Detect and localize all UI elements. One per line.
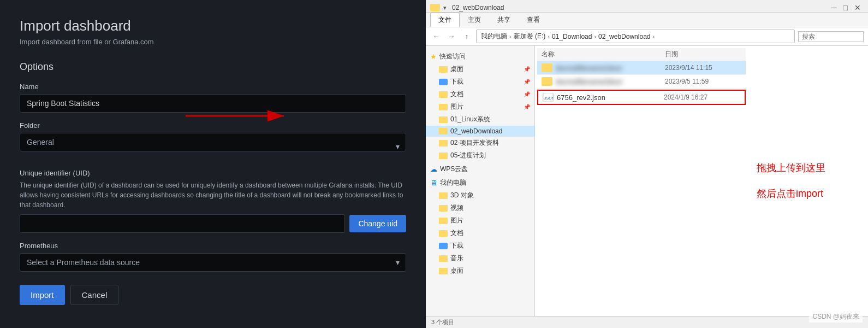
import-button[interactable]: Import: [20, 285, 65, 305]
ribbon: 文件 主页 共享 查看: [426, 13, 868, 27]
search-input[interactable]: [798, 31, 864, 42]
3d-folder-icon: [439, 192, 448, 199]
action-buttons: Import Cancel: [20, 285, 406, 305]
music-folder-icon: [439, 255, 448, 262]
uid-input[interactable]: [20, 214, 345, 233]
dl2-folder-icon: [439, 243, 448, 249]
folder-select-wrapper: General: [20, 133, 406, 160]
title-bar-text: 02_webDownload: [452, 4, 825, 11]
prometheus-select-wrapper: Select a Prometheus data source: [20, 253, 406, 272]
devdata-folder-icon: [439, 140, 448, 147]
nav-item-progress[interactable]: 05-进度计划: [426, 149, 534, 162]
name-input[interactable]: [20, 94, 406, 113]
file-row-3[interactable]: JSON 6756_rev2.json 2024/1/9 16:27: [537, 90, 746, 105]
name-label: Name: [20, 83, 406, 91]
page-subtitle: Import dashboard from file or Grafana.co…: [20, 38, 406, 46]
forward-button[interactable]: →: [445, 31, 457, 43]
file-date-2: 2023/9/5 11:59: [665, 78, 741, 85]
quick-access-label: 快速访问: [439, 52, 466, 61]
maximize-button[interactable]: □: [841, 3, 851, 12]
cancel-button[interactable]: Cancel: [70, 285, 119, 305]
nav-item-desktop2[interactable]: 桌面: [426, 265, 534, 277]
documents-folder-icon: [439, 91, 448, 98]
folder-field-group: Folder General: [20, 121, 406, 160]
nav-label-videos: 视频: [450, 203, 463, 213]
nav-item-dl2[interactable]: 下载: [426, 239, 534, 252]
wps-label: WPS云盘: [440, 165, 468, 174]
nav-item-webdownload[interactable]: 02_webDownload: [426, 126, 534, 137]
close-button[interactable]: ✕: [852, 3, 864, 12]
csdn-watermark: CSDN @妈夜来: [809, 311, 863, 323]
progress-folder-icon: [439, 153, 448, 159]
address-bar: ← → ↑ 我的电脑 › 新加卷 (E:) › 01_Download › 02…: [426, 27, 868, 46]
nav-item-pics[interactable]: 图片: [426, 214, 534, 227]
nav-item-videos[interactable]: 视频: [426, 202, 534, 214]
nav-label-pics: 图片: [450, 216, 463, 225]
ribbon-tab-home[interactable]: 主页: [460, 13, 489, 27]
computer-header[interactable]: 🖥 我的电脑: [426, 177, 534, 189]
pics-folder-icon: [439, 218, 448, 224]
column-date-header: 日期: [665, 50, 741, 59]
pin-icon-desktop: 📌: [524, 66, 530, 72]
uid-row: Change uid: [20, 214, 406, 233]
nav-item-downloads[interactable]: 下载 📌: [426, 75, 534, 88]
nav-item-music[interactable]: 音乐: [426, 252, 534, 265]
nav-label-webdownload: 02_webDownload: [450, 127, 502, 135]
ribbon-tab-share[interactable]: 共享: [489, 13, 519, 27]
address-path: 我的电脑 › 新加卷 (E:) › 01_Download › 02_webDo…: [476, 30, 795, 43]
computer-group: 🖥 我的电脑 3D 对象 视频 图片 文档: [426, 177, 534, 277]
nav-label-devdata: 02-项目开发资料: [450, 138, 499, 148]
file-row-1[interactable]: blurredfilename1blurr 2023/9/14 11:15: [537, 61, 746, 75]
uid-section: Unique identifier (UID) The unique ident…: [20, 169, 406, 233]
ribbon-tab-view[interactable]: 查看: [519, 13, 548, 27]
nav-item-documents[interactable]: 文档 📌: [426, 88, 534, 101]
explorer-content: ★ 快速访问 桌面 📌 下载 📌 文档 📌: [426, 46, 868, 316]
nav-item-docs2[interactable]: 文档: [426, 227, 534, 239]
quick-access-group: ★ 快速访问 桌面 📌 下载 📌 文档 📌: [426, 50, 534, 162]
wps-group: ☁ WPS云盘: [426, 163, 534, 175]
back-button[interactable]: ←: [430, 31, 442, 43]
annotation-line1: 拖拽上传到这里: [757, 160, 859, 176]
minimize-button[interactable]: ─: [829, 3, 840, 12]
pin-icon-documents: 📌: [524, 91, 530, 97]
prometheus-label: Prometheus: [20, 242, 406, 250]
webdownload-folder-icon: [439, 128, 448, 134]
grafana-panel: Import dashboard Import dashboard from f…: [0, 0, 426, 328]
path-drive: 新加卷 (E:): [514, 32, 546, 41]
uid-label: Unique identifier (UID): [20, 169, 406, 177]
up-button[interactable]: ↑: [461, 31, 473, 43]
nav-item-3d[interactable]: 3D 对象: [426, 189, 534, 202]
change-uid-button[interactable]: Change uid: [349, 215, 406, 232]
path-download: 01_Download: [552, 33, 592, 40]
ribbon-tab-file[interactable]: 文件: [430, 13, 460, 27]
file-date-1: 2023/9/14 11:15: [665, 64, 741, 72]
nav-item-pictures[interactable]: 图片 📌: [426, 101, 534, 113]
annotation-line2: 然后点击import: [757, 186, 859, 202]
status-bar: 3 个项目: [426, 316, 868, 328]
folder-select[interactable]: General: [20, 133, 406, 151]
file-list-area: 名称 日期 blurredfilename1blurr 2023/9/14 11…: [535, 46, 748, 316]
pin-icon-pictures: 📌: [524, 104, 530, 110]
prometheus-select[interactable]: Select a Prometheus data source: [20, 253, 406, 272]
nav-item-linux[interactable]: 01_Linux系统: [426, 113, 534, 126]
nav-item-desktop[interactable]: 桌面 📌: [426, 63, 534, 75]
prometheus-section: Prometheus Select a Prometheus data sour…: [20, 242, 406, 272]
linux-folder-icon: [439, 116, 448, 123]
folder-icon: [430, 4, 440, 11]
ribbon-tabs: 文件 主页 共享 查看: [426, 13, 868, 27]
file-row-2[interactable]: blurredfilename2blurr 2023/9/5 11:59: [537, 75, 746, 89]
nav-label-documents: 文档: [450, 90, 463, 99]
file-date-json: 2024/1/9 16:27: [664, 93, 740, 101]
desktop2-folder-icon: [439, 268, 448, 274]
nav-item-devdata[interactable]: 02-项目开发资料: [426, 137, 534, 149]
annotation-area: 拖拽上传到这里 然后点击import: [748, 46, 868, 316]
wps-header[interactable]: ☁ WPS云盘: [426, 163, 534, 175]
quick-access-header[interactable]: ★ 快速访问: [426, 50, 534, 63]
file-name-1: blurredfilename1blurr: [556, 64, 665, 72]
nav-label-3d: 3D 对象: [450, 191, 474, 200]
nav-label-desktop: 桌面: [450, 65, 463, 74]
folder-label: Folder: [20, 121, 406, 130]
options-section-title: Options: [20, 61, 406, 73]
computer-icon: 🖥: [430, 179, 437, 187]
nav-label-docs2: 文档: [450, 229, 463, 238]
